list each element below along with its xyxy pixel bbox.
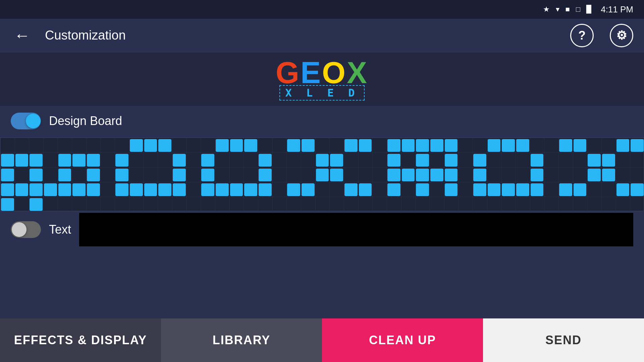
effects-display-button[interactable]: EFFECTS & DISPLAY (0, 318, 161, 362)
led-pixel (531, 154, 544, 167)
design-board-section: Design Board (0, 106, 644, 137)
led-pixel (559, 139, 572, 152)
text-toggle-area: Text (11, 221, 71, 238)
led-pixel (230, 183, 243, 196)
help-button[interactable]: ? (570, 24, 594, 47)
led-pixel (387, 154, 400, 167)
led-pixel (574, 139, 587, 152)
help-icon: ? (578, 28, 586, 43)
led-pixel (1, 154, 14, 167)
led-pixel (158, 183, 171, 196)
library-label: LIBRARY (213, 333, 271, 347)
led-pixel (287, 139, 300, 152)
text-label: Text (49, 223, 71, 237)
led-pixel (30, 169, 43, 181)
led-pixel (387, 183, 400, 196)
logo-letter-o: O (322, 56, 347, 89)
design-board-toggle[interactable] (11, 113, 41, 129)
led-pixel (259, 183, 272, 196)
design-board-label: Design Board (49, 114, 122, 128)
led-pixel (244, 183, 257, 196)
settings-button[interactable]: ⚙ (610, 24, 633, 47)
send-button[interactable]: SEND (483, 318, 644, 362)
led-pixel (144, 139, 157, 152)
led-grid (0, 138, 644, 211)
led-pixel (531, 183, 544, 196)
led-pixel (201, 169, 214, 181)
cleanup-button[interactable]: CLEAN UP (322, 318, 483, 362)
led-pixel (616, 139, 630, 152)
led-pixel (588, 154, 601, 167)
status-time: 4:11 PM (601, 4, 633, 15)
led-pixel (430, 169, 443, 181)
signal-icon: ▾ (556, 5, 559, 14)
led-pixel (72, 183, 86, 196)
library-button[interactable]: LIBRARY (161, 318, 322, 362)
led-pixel (72, 154, 86, 167)
led-pixel (259, 154, 272, 167)
led-pixel (473, 154, 486, 167)
led-pixel (445, 154, 458, 167)
led-pixel (15, 183, 29, 196)
cleanup-label: CLEAN UP (369, 333, 436, 347)
logo-letter-g: G (276, 56, 301, 89)
led-pixel (502, 183, 515, 196)
led-pixel (488, 139, 501, 152)
led-pixel (15, 154, 29, 167)
led-pixel (302, 139, 315, 152)
led-pixel (316, 154, 329, 167)
logo-main: GEOX (276, 58, 368, 88)
led-pixel (173, 169, 186, 181)
bluetooth-icon: ★ (543, 5, 550, 14)
led-pixel (631, 183, 644, 196)
led-pixel (430, 139, 443, 152)
led-pixel (387, 139, 400, 152)
sim-blocked-icon: □ (576, 5, 580, 14)
led-pixel (144, 183, 157, 196)
led-pixel (287, 183, 300, 196)
led-board[interactable] (0, 137, 644, 211)
led-pixel (631, 139, 644, 152)
design-board-header: Design Board (11, 113, 633, 129)
led-pixel (602, 169, 615, 181)
status-bar: ★ ▾ ■ □ ▉ 4:11 PM (0, 0, 644, 19)
led-pixel (445, 139, 458, 152)
led-pixel (87, 183, 100, 196)
led-pixel (259, 169, 272, 181)
led-pixel (87, 169, 100, 181)
app-bar: ← Customization ? ⚙ (0, 19, 644, 52)
back-button[interactable]: ← (11, 24, 34, 47)
led-pixel (173, 154, 186, 167)
led-pixel (115, 183, 128, 196)
led-pixel (488, 183, 501, 196)
led-pixel (416, 183, 429, 196)
led-pixel (473, 169, 486, 181)
led-pixel (416, 139, 429, 152)
led-pixel (316, 169, 329, 181)
page-title: Customization (45, 28, 559, 43)
led-pixel (402, 139, 415, 152)
led-pixel (216, 183, 229, 196)
logo-container: GEOX X L E D (276, 58, 368, 101)
led-pixel (130, 183, 143, 196)
led-pixel (30, 183, 43, 196)
bottom-bar: EFFECTS & DISPLAY LIBRARY CLEAN UP SEND (0, 318, 644, 362)
led-pixel (244, 139, 257, 152)
led-pixel (130, 139, 143, 152)
text-section: Text (0, 211, 644, 248)
led-pixel (201, 183, 214, 196)
led-pixel (173, 183, 186, 196)
led-pixel (574, 183, 587, 196)
led-pixel (1, 183, 14, 196)
led-pixel (416, 154, 429, 167)
led-pixel (87, 154, 100, 167)
logo-letter-x: X (347, 56, 368, 89)
logo-area: GEOX X L E D (0, 52, 644, 106)
led-pixel (516, 139, 529, 152)
led-pixel (158, 139, 171, 152)
text-toggle[interactable] (11, 221, 41, 238)
led-pixel (602, 154, 615, 167)
led-pixel (44, 183, 57, 196)
text-input[interactable] (79, 213, 633, 246)
led-pixel (58, 169, 71, 181)
